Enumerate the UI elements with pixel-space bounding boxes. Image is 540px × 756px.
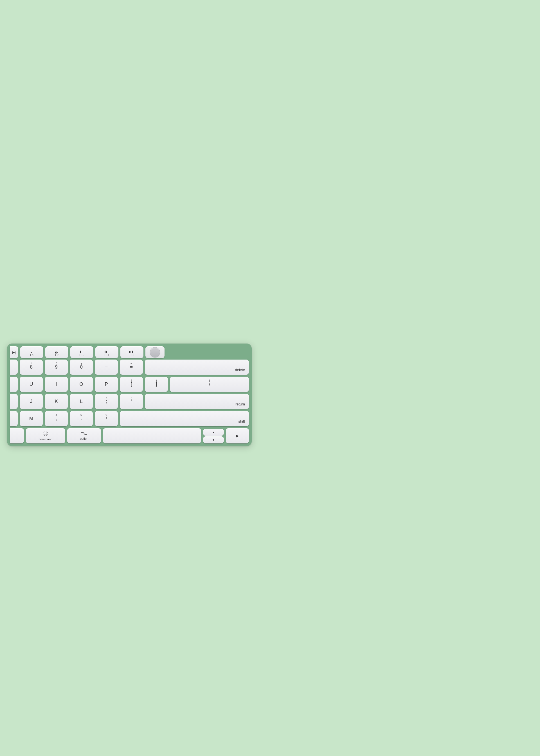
f11-label: F11 bbox=[95, 353, 118, 357]
key-i-main: I bbox=[56, 381, 57, 387]
key-partial-left-uiop[interactable] bbox=[10, 377, 18, 392]
key-shift-left-partial[interactable] bbox=[10, 411, 18, 426]
key-f7-partial[interactable]: ⏮ F7 bbox=[10, 346, 18, 358]
key-quote-main: ' bbox=[131, 399, 132, 404]
key-backslash-main: \ bbox=[209, 381, 210, 387]
svg-marker-7 bbox=[132, 351, 133, 353]
jkl-row: J K L : ; " ' return bbox=[10, 394, 249, 409]
key-shift-right[interactable]: shift bbox=[120, 411, 249, 426]
key-period-top: > bbox=[70, 413, 93, 417]
f12-label: F12 bbox=[120, 353, 143, 357]
key-backslash-top: | bbox=[170, 379, 249, 382]
key-arrow-right[interactable]: ▶ bbox=[226, 428, 249, 443]
f7-label: F7 bbox=[10, 353, 18, 357]
key-8-top: * bbox=[20, 362, 43, 365]
key-minus-main: − bbox=[105, 364, 108, 370]
number-row: * 8 ( 9 ) 0 _ − + = delete bbox=[10, 360, 249, 375]
key-bracket-open-main: [ bbox=[131, 381, 132, 387]
bottom-row: ⌘ command option ▲ bbox=[10, 428, 249, 443]
arrow-down-icon: ▼ bbox=[212, 438, 215, 441]
key-bracket-close[interactable]: } ] bbox=[145, 377, 168, 392]
key-u[interactable]: U bbox=[20, 377, 43, 392]
key-bracket-open[interactable]: { [ bbox=[120, 377, 143, 392]
arrow-right-icon: ▶ bbox=[236, 434, 239, 438]
key-k-main: K bbox=[55, 399, 58, 404]
key-partial-left-jkl[interactable] bbox=[10, 394, 18, 409]
key-9[interactable]: ( 9 bbox=[45, 360, 68, 375]
key-minus-top: _ bbox=[95, 362, 118, 365]
key-minus[interactable]: _ − bbox=[95, 360, 118, 375]
key-l-main: L bbox=[80, 399, 82, 404]
svg-marker-3 bbox=[106, 351, 107, 353]
arrow-up-icon: ▲ bbox=[212, 431, 215, 434]
svg-marker-2 bbox=[105, 351, 105, 353]
key-period[interactable]: > . bbox=[70, 411, 93, 426]
keyboard: ⏮ F7 ⏯ F8 ⏭ F9 F10 bbox=[7, 344, 252, 446]
f9-label: F9 bbox=[45, 353, 68, 357]
key-bracket-close-top: } bbox=[145, 379, 168, 382]
key-fn[interactable] bbox=[10, 428, 24, 443]
function-row: ⏮ F7 ⏯ F8 ⏭ F9 F10 bbox=[10, 346, 249, 358]
key-quote[interactable]: " ' bbox=[120, 394, 143, 409]
touch-id-key[interactable] bbox=[145, 346, 165, 358]
key-bracket-open-top: { bbox=[120, 379, 143, 382]
key-o-main: O bbox=[79, 381, 83, 387]
delete-label: delete bbox=[235, 368, 245, 372]
key-slash[interactable]: ? / bbox=[95, 411, 118, 426]
key-o[interactable]: O bbox=[70, 377, 93, 392]
key-f12[interactable]: F12 bbox=[120, 346, 143, 358]
f10-label: F10 bbox=[70, 353, 93, 357]
svg-marker-6 bbox=[130, 351, 131, 353]
key-partial-left-num[interactable] bbox=[10, 360, 18, 375]
key-p[interactable]: P bbox=[95, 377, 118, 392]
key-l[interactable]: L bbox=[70, 394, 93, 409]
shift-label: shift bbox=[238, 419, 245, 423]
key-k[interactable]: K bbox=[45, 394, 68, 409]
key-equals[interactable]: + = bbox=[120, 360, 143, 375]
key-0-main: 0 bbox=[80, 364, 82, 370]
key-f10[interactable]: F10 bbox=[70, 346, 93, 358]
command-label: command bbox=[39, 437, 52, 441]
key-bracket-close-main: ] bbox=[156, 381, 157, 387]
m-row: M < , > . ? / shift bbox=[10, 411, 249, 426]
key-j[interactable]: J bbox=[20, 394, 43, 409]
key-quote-top: " bbox=[120, 396, 143, 399]
key-slash-top: ? bbox=[95, 413, 118, 417]
key-option[interactable]: option bbox=[67, 428, 101, 443]
key-m-main: M bbox=[29, 416, 33, 421]
key-equals-main: = bbox=[130, 364, 133, 370]
key-arrow-down[interactable]: ▼ bbox=[203, 436, 224, 443]
key-f9[interactable]: ⏭ F9 bbox=[45, 346, 68, 358]
f8-label: F8 bbox=[20, 353, 43, 357]
key-return[interactable]: return bbox=[145, 394, 249, 409]
key-f11[interactable]: F11 bbox=[95, 346, 118, 358]
key-comma[interactable]: < , bbox=[45, 411, 68, 426]
uiop-row: U I O P { [ } ] | \ bbox=[10, 377, 249, 392]
key-delete[interactable]: delete bbox=[145, 360, 249, 375]
key-semicolon-top: : bbox=[95, 396, 118, 399]
key-m[interactable]: M bbox=[20, 411, 43, 426]
key-space[interactable] bbox=[103, 428, 201, 443]
key-comma-top: < bbox=[45, 413, 68, 417]
key-f8[interactable]: ⏯ F8 bbox=[20, 346, 43, 358]
svg-marker-5 bbox=[129, 351, 130, 353]
key-8[interactable]: * 8 bbox=[20, 360, 43, 375]
command-icon: ⌘ bbox=[43, 431, 48, 437]
option-icon bbox=[81, 432, 87, 436]
key-j-main: J bbox=[30, 399, 32, 404]
key-slash-main: / bbox=[106, 416, 107, 421]
key-9-main: 9 bbox=[55, 364, 58, 370]
key-8-main: 8 bbox=[30, 364, 32, 370]
key-command[interactable]: ⌘ command bbox=[26, 428, 65, 443]
key-semicolon[interactable]: : ; bbox=[95, 394, 118, 409]
key-9-top: ( bbox=[45, 362, 68, 365]
key-backslash[interactable]: | \ bbox=[170, 377, 249, 392]
key-0[interactable]: ) 0 bbox=[70, 360, 93, 375]
key-arrow-up[interactable]: ▲ bbox=[203, 429, 224, 436]
touch-id-sensor bbox=[150, 347, 160, 357]
key-0-top: ) bbox=[70, 362, 93, 365]
keyboard-wrapper: ⏮ F7 ⏯ F8 ⏭ F9 F10 bbox=[0, 0, 259, 756]
key-i[interactable]: I bbox=[45, 377, 68, 392]
key-equals-top: + bbox=[120, 362, 143, 365]
key-semicolon-main: ; bbox=[106, 399, 107, 404]
